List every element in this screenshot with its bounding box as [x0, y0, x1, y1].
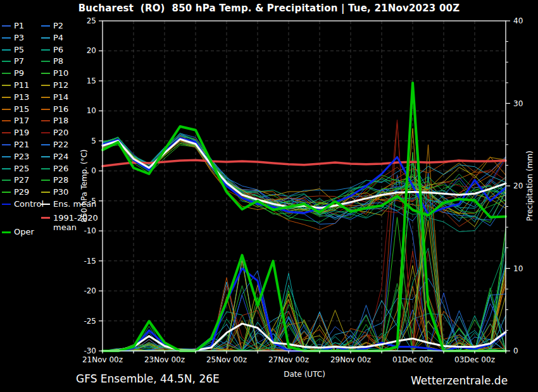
legend-label-p4: P4: [53, 34, 63, 42]
date-tick-label: 23Nov 00z: [144, 355, 185, 364]
precip-axis-title: Precipitation (mm): [525, 150, 534, 221]
date-tick-label: 21Nov 00z: [82, 355, 123, 364]
legend-item-p1: P1: [2, 21, 24, 31]
legend-swatch-p10: [41, 73, 50, 74]
member-precip-line-p24: [103, 258, 506, 351]
meteogram-page: Bucharest (RO) 850 hPa Temp. & Precipita…: [0, 0, 538, 392]
legend-swatch-p22: [41, 144, 50, 145]
date-tick-label: 03Dec 00z: [454, 355, 495, 364]
legend-label-p27: P27: [14, 176, 29, 185]
legend-item-p25: P25: [2, 164, 29, 174]
legend-swatch-p17: [2, 120, 11, 121]
precip-tick-label: 30: [513, 99, 523, 108]
legend-panel: P1P2P3P4P5P6P7P8P9P10P11P12P13P14P15P16P…: [2, 21, 102, 261]
legend-label-p20: P20: [53, 128, 68, 137]
legend-swatch-p6: [41, 49, 50, 51]
legend-label-p14: P14: [53, 93, 68, 102]
legend-label-control: Control: [14, 200, 44, 209]
legend-item-oper: Oper: [2, 227, 34, 237]
legend-item-p26: P26: [41, 164, 68, 174]
legend-swatch-p3: [2, 37, 11, 39]
legend-item-clim-mean: 1991-2020mean: [41, 213, 98, 232]
legend-item-p27: P27: [2, 175, 29, 185]
precip-tick-label: 0: [513, 346, 518, 355]
oper-precip-line: [103, 83, 506, 351]
legend-swatch-ens-mean: [41, 204, 50, 205]
precip-tick-label: 40: [513, 16, 523, 25]
member-precip-line-p7: [103, 249, 506, 351]
legend-label-p17: P17: [14, 116, 29, 125]
member-precip-line-p28: [103, 157, 506, 351]
legend-item-p17: P17: [2, 116, 29, 126]
legend-swatch-p8: [41, 61, 50, 62]
member-precip-line-p27: [103, 204, 506, 352]
legend-swatch-p4: [41, 37, 50, 39]
legend-label-p29: P29: [14, 188, 29, 197]
legend-label-p1: P1: [14, 21, 24, 30]
legend-item-p15: P15: [2, 104, 29, 114]
legend-swatch-p27: [2, 180, 11, 181]
legend-label-p24: P24: [53, 152, 68, 161]
legend-item-p30: P30: [41, 187, 68, 197]
legend-label-p13: P13: [14, 93, 29, 102]
legend-label-ens-mean: Ens. mean: [53, 200, 96, 209]
legend-label-p6: P6: [53, 46, 63, 54]
legend-swatch-p28: [41, 180, 50, 181]
legend-swatch-oper: [2, 231, 11, 233]
legend-swatch-p30: [41, 192, 50, 193]
legend-swatch-p26: [41, 168, 50, 169]
legend-swatch-p29: [2, 192, 11, 193]
temp-tick-label: -30: [84, 346, 96, 355]
legend-label-p22: P22: [53, 140, 68, 149]
legend-swatch-p15: [2, 109, 11, 110]
legend-label-p12: P12: [53, 81, 68, 90]
legend-swatch-clim-mean: [41, 217, 50, 219]
legend-swatch-p13: [2, 97, 11, 98]
legend-item-p18: P18: [41, 116, 68, 126]
legend-item-p20: P20: [41, 128, 68, 138]
legend-label-p9: P9: [14, 69, 24, 78]
legend-label-p16: P16: [53, 105, 68, 114]
legend-swatch-p20: [41, 132, 50, 133]
watermark-label: Wetterzentrale.de: [411, 374, 508, 387]
legend-label-p10: P10: [53, 69, 68, 78]
legend-item-p22: P22: [41, 140, 68, 150]
legend-swatch-p1: [2, 25, 11, 27]
legend-item-p5: P5: [2, 45, 24, 55]
date-tick-label: 25Nov 00z: [206, 355, 247, 364]
precip-tick-label: 10: [513, 264, 523, 273]
legend-swatch-p12: [41, 85, 50, 86]
legend-label-p5: P5: [14, 46, 24, 54]
legend-swatch-p25: [2, 168, 11, 169]
legend-label-p26: P26: [53, 164, 68, 173]
legend-swatch-p7: [2, 61, 11, 62]
legend-label-clim-line1: 1991-2020: [53, 213, 98, 223]
legend-label-p18: P18: [53, 116, 68, 125]
legend-swatch-p2: [41, 25, 50, 27]
legend-item-p24: P24: [41, 152, 68, 162]
legend-label-p11: P11: [14, 81, 29, 90]
legend-item-p13: P13: [2, 92, 29, 102]
legend-item-p12: P12: [41, 80, 68, 90]
legend-swatch-p19: [2, 132, 11, 133]
precip-tick-label: 20: [513, 181, 523, 190]
legend-label-p8: P8: [53, 57, 63, 66]
legend-label-oper: Oper: [14, 228, 34, 236]
temp-tick-label: -25: [84, 317, 96, 326]
legend-swatch-p16: [41, 109, 50, 110]
legend-swatch-p23: [2, 156, 11, 157]
legend-swatch-p5: [2, 49, 11, 51]
member-precip-line-p2: [103, 173, 506, 351]
legend-item-ens-mean: Ens. mean: [41, 199, 96, 209]
legend-item-control: Control: [2, 199, 44, 209]
legend-item-p29: P29: [2, 187, 29, 197]
legend-item-p7: P7: [2, 56, 24, 66]
legend-item-p6: P6: [41, 45, 63, 55]
legend-label-p23: P23: [14, 152, 29, 161]
legend-swatch-p14: [41, 97, 50, 98]
legend-item-p21: P21: [2, 140, 29, 150]
legend-swatch-p11: [2, 85, 11, 86]
legend-item-p8: P8: [41, 56, 63, 66]
legend-swatch-p21: [2, 144, 11, 145]
legend-label-p21: P21: [14, 140, 29, 149]
